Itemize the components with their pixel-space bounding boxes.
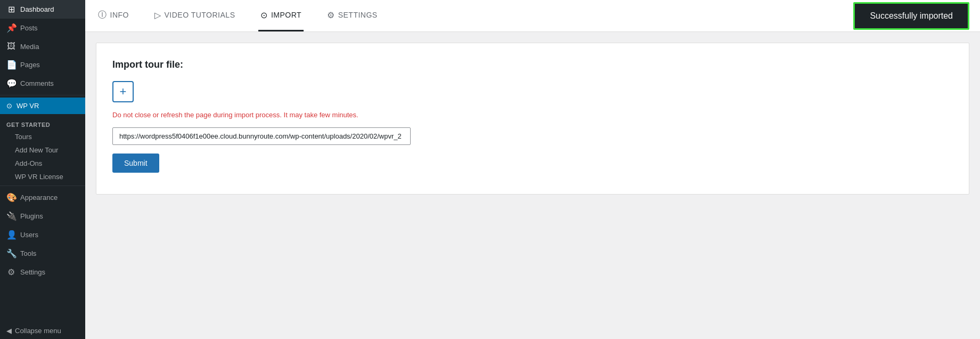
tab-import[interactable]: ⊙ IMPORT: [258, 1, 304, 31]
tab-info-label: INFO: [110, 11, 129, 19]
appearance-icon: 🎨: [6, 192, 16, 203]
tools-icon: 🔧: [6, 248, 16, 259]
sidebar-section-get-started: Get Started: [0, 114, 85, 130]
sidebar-item-settings[interactable]: ⚙ Settings: [0, 263, 85, 281]
sidebar-item-comments[interactable]: 💬 Comments: [0, 74, 85, 93]
sidebar-item-posts[interactable]: 📌 Posts: [0, 19, 85, 37]
settings-icon: ⚙: [6, 267, 16, 277]
collapse-label: Collapse menu: [15, 327, 61, 335]
import-icon: ⊙: [260, 10, 268, 20]
sidebar-divider: [0, 95, 85, 95]
comments-icon: 💬: [6, 78, 16, 88]
success-toast: Successfully imported: [853, 2, 969, 30]
dashboard-icon: ⊞: [6, 4, 16, 14]
tab-video-label: VIDEO TUTORIALS: [164, 11, 235, 19]
info-icon: ⓘ: [98, 10, 107, 21]
sidebar-item-label: Users: [20, 231, 38, 239]
sidebar-item-label: Plugins: [20, 212, 43, 220]
users-icon: 👤: [6, 230, 16, 240]
toast-label: Successfully imported: [870, 11, 953, 20]
import-card: Import tour file: + Do not close or refr…: [96, 43, 969, 195]
sidebar-divider-2: [0, 185, 85, 186]
tab-settings-label: SETTINGS: [338, 11, 378, 19]
tab-import-label: IMPORT: [271, 11, 301, 19]
tab-video-tutorials[interactable]: ▷ VIDEO TUTORIALS: [152, 1, 238, 31]
media-icon: 🖼: [6, 42, 16, 51]
plugins-icon: 🔌: [6, 211, 16, 221]
tab-nav: ⓘ INFO ▷ VIDEO TUTORIALS ⊙ IMPORT ⚙ SETT…: [85, 0, 980, 32]
collapse-icon: ◀: [6, 327, 12, 335]
wpvr-icon: ⊙: [6, 102, 12, 110]
sidebar-item-label: Appearance: [20, 193, 58, 201]
sidebar-item-label: Settings: [20, 268, 45, 276]
sidebar-sub-item-tours[interactable]: Tours: [0, 130, 85, 143]
import-warning: Do not close or refresh the page during …: [112, 111, 953, 119]
sidebar-item-label: Dashboard: [20, 5, 54, 13]
sidebar-item-label: WP VR: [17, 102, 39, 110]
sidebar-item-plugins[interactable]: 🔌 Plugins: [0, 207, 85, 225]
sidebar-item-label: Tools: [20, 249, 36, 257]
sidebar-item-users[interactable]: 👤 Users: [0, 225, 85, 244]
sidebar-item-label: Comments: [20, 79, 54, 87]
sidebar-item-dashboard[interactable]: ⊞ Dashboard: [0, 0, 85, 19]
sidebar-sub-item-add-new-tour[interactable]: Add New Tour: [0, 143, 85, 157]
sidebar-item-tools[interactable]: 🔧 Tools: [0, 244, 85, 263]
sidebar-item-media[interactable]: 🖼 Media: [0, 37, 85, 55]
submit-button[interactable]: Submit: [112, 154, 159, 173]
pages-icon: 📄: [6, 60, 16, 70]
sidebar-sub-item-wpvr-license[interactable]: WP VR License: [0, 170, 85, 183]
sidebar: ⊞ Dashboard 📌 Posts 🖼 Media 📄 Pages 💬 Co…: [0, 0, 85, 339]
url-input[interactable]: [112, 127, 411, 145]
video-icon: ▷: [154, 10, 161, 20]
tab-info[interactable]: ⓘ INFO: [96, 0, 131, 32]
tab-settings[interactable]: ⚙ SETTINGS: [325, 1, 380, 31]
page-body: Import tour file: + Do not close or refr…: [85, 32, 980, 339]
add-file-button[interactable]: +: [112, 81, 134, 102]
sidebar-item-label: Media: [20, 43, 39, 51]
main-content: ⓘ INFO ▷ VIDEO TUTORIALS ⊙ IMPORT ⚙ SETT…: [85, 0, 980, 339]
collapse-menu[interactable]: ◀ Collapse menu: [0, 322, 85, 339]
sidebar-sub-item-add-ons[interactable]: Add-Ons: [0, 157, 85, 170]
sidebar-item-label: Pages: [20, 61, 40, 69]
posts-icon: 📌: [6, 23, 16, 33]
sidebar-item-appearance[interactable]: 🎨 Appearance: [0, 188, 85, 207]
sidebar-item-wpvr[interactable]: ⊙ WP VR: [0, 98, 85, 114]
tab-settings-icon: ⚙: [327, 10, 335, 20]
sidebar-item-label: Posts: [20, 24, 38, 32]
import-title: Import tour file:: [112, 59, 953, 70]
wpvr-arrow: [81, 102, 85, 110]
sidebar-item-pages[interactable]: 📄 Pages: [0, 55, 85, 74]
